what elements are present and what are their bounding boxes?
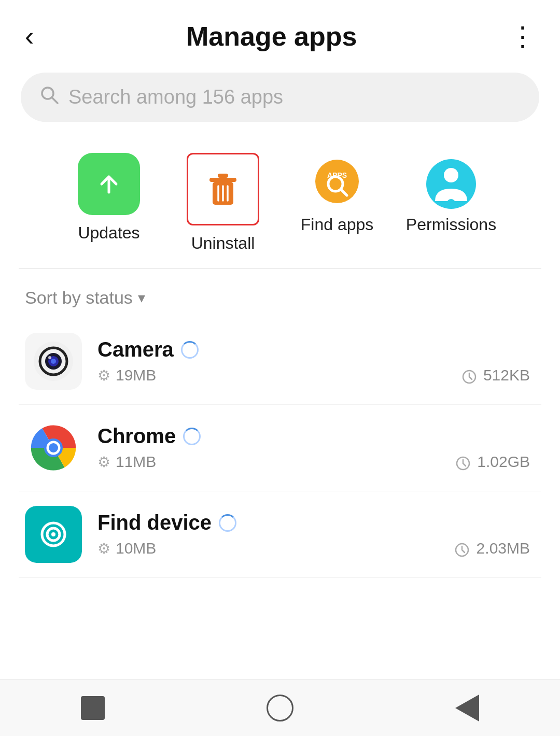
- trash-icon: [202, 168, 244, 210]
- svg-line-1: [52, 97, 58, 103]
- permissions-label: Permissions: [406, 215, 496, 234]
- header: ‹ Manage apps ⋮: [0, 0, 560, 62]
- app-name-find-device: Find device: [97, 511, 212, 534]
- svg-point-29: [51, 532, 55, 536]
- svg-point-25: [49, 443, 58, 452]
- svg-rect-2: [209, 178, 236, 182]
- svg-point-20: [48, 356, 51, 359]
- app-size-find-device: 10MB: [116, 540, 156, 557]
- app-list: Camera ⚙ 19MB 512KB: [0, 318, 560, 578]
- app-info-camera: Camera ⚙ 19MB 512KB: [97, 338, 535, 384]
- recent-icon: [81, 696, 105, 720]
- find-apps-icon-bg: APPS: [306, 153, 368, 215]
- app-spinner-find-device: [219, 514, 236, 532]
- sort-label: Sort by status: [25, 288, 133, 308]
- app-icon-camera: [25, 333, 82, 390]
- app-cache-find-device: 2.03MB: [454, 540, 535, 557]
- app-size-chrome: 11MB: [116, 453, 156, 471]
- app-icon-find-device: [25, 506, 82, 563]
- cpu-icon-find-device: ⚙: [97, 540, 110, 557]
- svg-rect-3: [218, 174, 228, 178]
- app-cache-camera: 512KB: [461, 366, 535, 384]
- search-bar[interactable]: Search among 156 apps: [21, 73, 539, 122]
- app-item-chrome[interactable]: Chrome ⚙ 11MB 1.02GB: [19, 405, 541, 491]
- cpu-icon-camera: ⚙: [97, 367, 110, 384]
- more-menu-button[interactable]: ⋮: [509, 23, 535, 50]
- nav-recent-button[interactable]: [81, 696, 105, 720]
- app-item-camera[interactable]: Camera ⚙ 19MB 512KB: [19, 318, 541, 405]
- nav-back-button[interactable]: [455, 695, 479, 721]
- search-icon: [39, 85, 59, 109]
- svg-point-13: [444, 168, 458, 182]
- app-info-find-device: Find device ⚙ 10MB 2.03MB: [97, 511, 535, 557]
- svg-point-14: [447, 199, 455, 207]
- page-title: Manage apps: [186, 21, 357, 52]
- bottom-navigation: [0, 679, 560, 736]
- cpu-icon-chrome: ⚙: [97, 454, 110, 471]
- app-spinner-chrome: [183, 428, 201, 445]
- action-updates[interactable]: Updates: [52, 153, 166, 253]
- action-find-apps[interactable]: APPS Find apps: [280, 153, 394, 253]
- permissions-icon-bg: [420, 153, 482, 215]
- app-info-chrome: Chrome ⚙ 11MB 1.02GB: [97, 424, 535, 471]
- back-button[interactable]: ‹: [25, 23, 34, 50]
- app-size-camera: 19MB: [116, 366, 156, 384]
- uninstall-label: Uninstall: [191, 234, 255, 253]
- cache-label-chrome: 1.02GB: [477, 453, 530, 470]
- app-name-chrome: Chrome: [97, 424, 176, 448]
- nav-home-button[interactable]: [267, 695, 293, 721]
- action-permissions[interactable]: Permissions: [394, 153, 508, 253]
- sort-chevron-icon: ▾: [138, 289, 145, 306]
- svg-point-19: [51, 359, 56, 364]
- svg-point-8: [315, 160, 359, 203]
- cache-label-camera: 512KB: [483, 366, 530, 384]
- home-icon: [267, 695, 293, 721]
- back-icon: [455, 695, 479, 721]
- updates-icon-bg: [78, 153, 140, 215]
- app-spinner-camera: [181, 341, 199, 359]
- quick-actions-row: Updates Uninstall APPS: [0, 137, 560, 268]
- find-apps-label: Find apps: [301, 215, 374, 234]
- search-placeholder: Search among 156 apps: [68, 86, 283, 108]
- app-icon-chrome: [25, 419, 82, 476]
- app-cache-chrome: 1.02GB: [455, 453, 535, 471]
- updates-label: Updates: [78, 223, 139, 243]
- app-name-camera: Camera: [97, 338, 174, 361]
- cache-label-find-device: 2.03MB: [477, 540, 530, 557]
- sort-row[interactable]: Sort by status ▾: [0, 269, 560, 318]
- action-uninstall[interactable]: Uninstall: [166, 153, 280, 253]
- app-item-find-device[interactable]: Find device ⚙ 10MB 2.03MB: [19, 491, 541, 578]
